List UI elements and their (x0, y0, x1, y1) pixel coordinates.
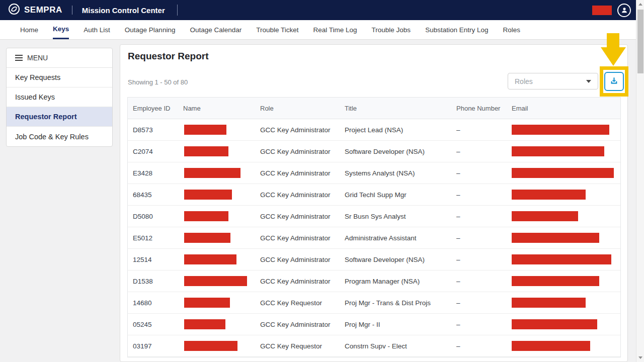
name-redaction-box (184, 146, 228, 156)
tab-outage-calendar[interactable]: Outage Calendar (190, 20, 242, 39)
cell-role: GCC Key Administrator (255, 191, 340, 199)
header-right (592, 4, 631, 17)
brand: SEMPRA Mission Control Center (8, 3, 178, 17)
sempra-logo-icon (8, 3, 20, 17)
scroll-down-arrow-icon[interactable] (638, 356, 642, 359)
requestor-table: Employee ID Name Role Title Phone Number… (127, 97, 621, 357)
name-redaction-box (184, 298, 230, 308)
redacted-username (592, 6, 612, 15)
cell-employee-id: D8573 (128, 126, 178, 134)
tab-keys[interactable]: Keys (53, 20, 69, 39)
cell-employee-id: 14680 (128, 299, 178, 307)
tab-roles[interactable]: Roles (503, 20, 520, 39)
sidebar-item-requestor-report[interactable]: Requestor Report (7, 107, 112, 127)
nav-tabs: HomeKeysAuth ListOutage PlanningOutage C… (0, 20, 636, 40)
table-row: E5012 GCC Key Administrator Administrati… (128, 227, 620, 249)
cell-email-redacted (507, 254, 620, 264)
cell-name-redacted (178, 190, 255, 200)
name-redaction-box (184, 211, 228, 221)
cell-role: GCC Key Requestor (255, 342, 340, 350)
cell-role: GCC Key Requestor (255, 299, 340, 307)
roles-placeholder: Roles (515, 77, 533, 85)
cell-name-redacted (178, 254, 255, 264)
name-redaction-box (184, 190, 232, 200)
cell-employee-id: 03197 (128, 342, 178, 350)
email-redaction-box (512, 254, 611, 264)
cell-email-redacted (507, 146, 620, 156)
brand-name: SEMPRA (24, 5, 62, 15)
cell-name-redacted (178, 146, 255, 156)
cell-phone-number: – (451, 169, 507, 177)
cell-phone-number: – (451, 278, 507, 285)
email-redaction-box (512, 190, 586, 200)
cell-role: GCC Key Administrator (255, 234, 340, 242)
vertical-scrollbar[interactable] (636, 0, 644, 362)
cell-email-redacted (507, 319, 620, 329)
cell-phone-number: – (451, 321, 507, 328)
cell-email-redacted (507, 233, 620, 243)
email-redaction-box (512, 211, 578, 221)
header-divider-2 (177, 5, 178, 16)
column-header-email: Email (507, 105, 620, 112)
cell-title: Systems Analyst (NSA) (340, 169, 451, 177)
cell-name-redacted (178, 341, 255, 351)
cell-phone-number: – (451, 126, 507, 134)
name-redaction-box (184, 319, 225, 329)
tab-substation-entry-log[interactable]: Substation Entry Log (425, 20, 488, 39)
column-header-name: Name (178, 105, 255, 112)
menu-toggle[interactable]: MENU (7, 48, 112, 68)
roles-filter-dropdown[interactable]: Roles (508, 73, 598, 89)
cell-employee-id: 68435 (128, 191, 178, 199)
tab-real-time-log[interactable]: Real Time Log (313, 20, 357, 39)
sidebar-item-key-requests[interactable]: Key Requests (7, 68, 112, 87)
sidebar-item-issued-keys[interactable]: Issued Keys (7, 87, 112, 107)
download-report-button[interactable] (604, 72, 624, 91)
cell-email-redacted (507, 298, 620, 308)
scroll-up-arrow-icon[interactable] (638, 3, 642, 6)
annotation-arrow-stem (607, 33, 619, 48)
table-row: C2074 GCC Key Administrator Software Dev… (128, 141, 620, 162)
cell-employee-id: C2074 (128, 148, 178, 155)
user-avatar-icon[interactable] (617, 4, 631, 17)
name-redaction-box (184, 254, 236, 264)
name-redaction-box (184, 125, 226, 135)
cell-phone-number: – (451, 342, 507, 350)
column-header-phone-number: Phone Number (451, 105, 507, 112)
sidebar-item-job-code-key-rules[interactable]: Job Code & Key Rules (7, 127, 112, 146)
cell-email-redacted (507, 276, 620, 286)
column-header-title: Title (340, 105, 451, 112)
table-row: 05245 GCC Key Administrator Proj Mgr - I… (128, 314, 620, 335)
cell-role: GCC Key Administrator (255, 126, 340, 134)
chevron-down-icon (586, 80, 591, 83)
cell-employee-id: 12514 (128, 256, 178, 263)
scrollbar-thumb[interactable] (637, 10, 643, 73)
cell-name-redacted (178, 298, 255, 308)
email-redaction-box (512, 276, 599, 286)
cell-name-redacted (178, 211, 255, 221)
name-redaction-box (184, 233, 230, 243)
cell-email-redacted (507, 125, 620, 135)
table-header-row: Employee ID Name Role Title Phone Number… (128, 98, 620, 119)
tab-home[interactable]: Home (20, 20, 38, 39)
cell-role: GCC Key Administrator (255, 169, 340, 177)
cell-name-redacted (178, 319, 255, 329)
cell-role: GCC Key Administrator (255, 256, 340, 263)
download-icon (609, 76, 619, 87)
name-redaction-box (184, 276, 247, 286)
table-body: D8573 GCC Key Administrator Project Lead… (128, 119, 620, 357)
page-title: Requestor Report (128, 51, 208, 62)
table-row: 14680 GCC Key Requestor Proj Mgr - Trans… (128, 292, 620, 314)
cell-employee-id: 05245 (128, 321, 178, 328)
tab-trouble-ticket[interactable]: Trouble Ticket (256, 20, 298, 39)
name-redaction-box (184, 168, 240, 178)
cell-title: Sr Busn Sys Analyst (340, 213, 451, 220)
tab-outage-planning[interactable]: Outage Planning (125, 20, 176, 39)
cell-email-redacted (507, 211, 620, 221)
cell-title: Software Developer (NSA) (340, 256, 451, 263)
app-title: Mission Control Center (82, 6, 165, 15)
tab-trouble-jobs[interactable]: Trouble Jobs (372, 20, 411, 39)
cell-title: Program Manager (NSA) (340, 278, 451, 285)
annotation-arrow-head (601, 47, 626, 66)
cell-role: GCC Key Administrator (255, 321, 340, 328)
tab-auth-list[interactable]: Auth List (84, 20, 110, 39)
